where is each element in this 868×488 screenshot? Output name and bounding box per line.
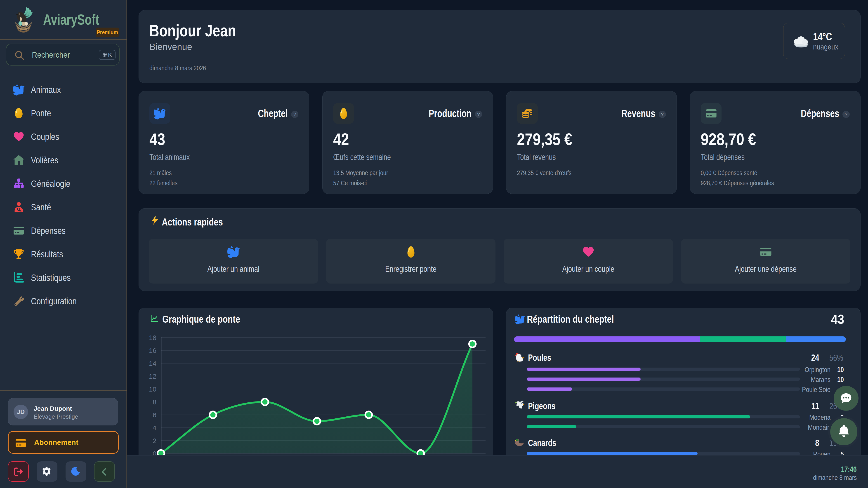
svg-text:2: 2 — [153, 437, 156, 445]
svg-text:12: 12 — [149, 372, 156, 380]
svg-text:6: 6 — [153, 411, 156, 419]
svg-text:14: 14 — [149, 360, 156, 367]
svg-text:10: 10 — [149, 385, 156, 393]
svg-text:18: 18 — [149, 334, 156, 341]
svg-text:4: 4 — [153, 424, 156, 431]
svg-text:8: 8 — [153, 398, 156, 406]
svg-text:16: 16 — [149, 347, 156, 354]
